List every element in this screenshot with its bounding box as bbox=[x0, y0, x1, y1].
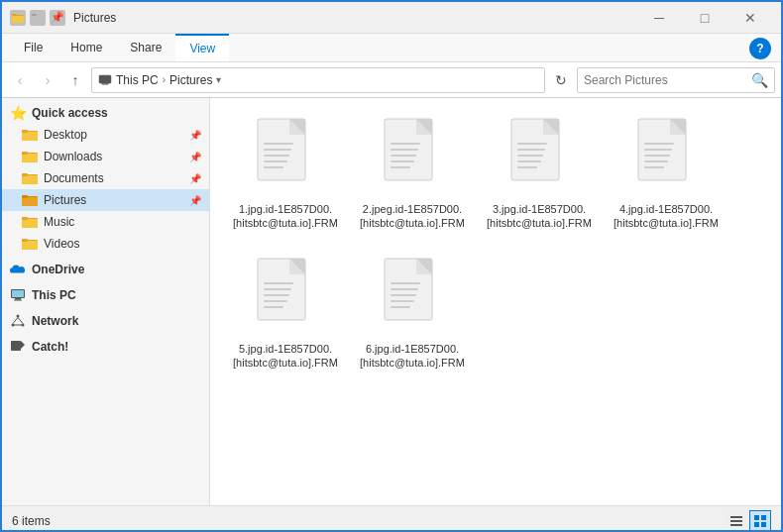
sidebar-section-catch[interactable]: Catch! bbox=[2, 336, 209, 358]
svg-rect-43 bbox=[264, 149, 291, 151]
path-bar[interactable]: This PC › Pictures ▾ bbox=[91, 67, 545, 93]
svg-rect-78 bbox=[264, 306, 283, 308]
svg-rect-61 bbox=[517, 160, 541, 162]
file-item[interactable]: 5.jpg.id-1E857D00.[hitsbtc@tuta.io].FRM bbox=[226, 248, 345, 379]
file-icon bbox=[250, 117, 321, 196]
sidebar-section-thispc[interactable]: This PC bbox=[2, 284, 209, 306]
svg-rect-10 bbox=[22, 132, 38, 141]
svg-rect-44 bbox=[264, 155, 289, 157]
tag-icon bbox=[10, 339, 26, 355]
file-icon bbox=[377, 257, 448, 336]
file-icon bbox=[503, 117, 575, 196]
svg-rect-89 bbox=[730, 524, 742, 526]
svg-rect-59 bbox=[517, 149, 545, 151]
svg-rect-58 bbox=[517, 143, 547, 145]
sidebar-item-pictures[interactable]: Pictures 📌 bbox=[2, 189, 209, 211]
svg-rect-75 bbox=[264, 288, 291, 290]
svg-rect-93 bbox=[761, 522, 766, 527]
svg-rect-5 bbox=[99, 75, 111, 83]
downloads-folder-icon bbox=[22, 149, 38, 164]
svg-rect-28 bbox=[12, 290, 24, 297]
item-count: 6 items bbox=[12, 514, 51, 528]
path-pictures[interactable]: Pictures bbox=[169, 73, 212, 87]
svg-rect-90 bbox=[754, 515, 759, 520]
videos-folder-icon bbox=[22, 236, 38, 252]
sidebar-item-documents[interactable]: Documents 📌 bbox=[2, 167, 209, 189]
svg-rect-87 bbox=[730, 516, 742, 518]
svg-rect-26 bbox=[22, 239, 28, 242]
refresh-button[interactable]: ↻ bbox=[549, 68, 573, 92]
sidebar-section-network[interactable]: Network bbox=[2, 310, 209, 332]
svg-rect-67 bbox=[644, 149, 672, 151]
svg-line-35 bbox=[18, 318, 23, 324]
svg-rect-84 bbox=[391, 294, 416, 296]
view-list-button[interactable] bbox=[726, 510, 747, 532]
close-button[interactable]: ✕ bbox=[727, 2, 773, 34]
network-icon bbox=[10, 313, 26, 329]
tab-view[interactable]: View bbox=[175, 34, 229, 61]
sidebar-item-music[interactable]: Music bbox=[2, 211, 209, 233]
svg-rect-7 bbox=[101, 82, 109, 84]
sidebar: ⭐ Quick access Desktop 📌 Downloads 📌 Doc… bbox=[2, 98, 210, 505]
svg-rect-88 bbox=[730, 520, 742, 522]
file-item[interactable]: 3.jpg.id-1E857D00.[hitsbtc@tuta.io].FRM bbox=[480, 108, 599, 240]
title-bar: 📌 Pictures ─ □ ✕ bbox=[2, 2, 781, 34]
svg-rect-74 bbox=[264, 282, 293, 284]
search-input[interactable] bbox=[584, 73, 751, 87]
sidebar-item-videos[interactable]: Videos bbox=[2, 233, 209, 255]
pin-icon-desktop: 📌 bbox=[189, 130, 201, 141]
svg-rect-29 bbox=[15, 298, 21, 300]
path-dropdown-icon[interactable]: ▾ bbox=[216, 74, 221, 85]
svg-rect-25 bbox=[22, 241, 38, 250]
sidebar-item-downloads[interactable]: Downloads 📌 bbox=[2, 146, 209, 167]
nav-up-button[interactable]: ↑ bbox=[63, 68, 87, 92]
svg-rect-66 bbox=[644, 143, 674, 145]
tab-file[interactable]: File bbox=[10, 34, 56, 61]
svg-rect-85 bbox=[391, 300, 414, 302]
documents-folder-icon bbox=[22, 170, 38, 186]
cloud-icon bbox=[10, 262, 26, 277]
window-controls: ─ □ ✕ bbox=[636, 2, 773, 34]
file-item[interactable]: 1.jpg.id-1E857D00.[hitsbtc@tuta.io].FRM bbox=[226, 108, 345, 240]
svg-rect-30 bbox=[14, 300, 22, 301]
maximize-button[interactable]: □ bbox=[682, 2, 727, 34]
tab-share[interactable]: Share bbox=[116, 34, 175, 61]
file-item[interactable]: 2.jpeg.id-1E857D00.[hitsbtc@tuta.io].FRM bbox=[353, 108, 472, 240]
nav-forward-button[interactable]: › bbox=[36, 68, 59, 92]
file-label: 2.jpeg.id-1E857D00.[hitsbtc@tuta.io].FRM bbox=[360, 202, 465, 231]
svg-rect-82 bbox=[391, 282, 420, 284]
svg-rect-68 bbox=[644, 155, 670, 157]
files-grid: 1.jpg.id-1E857D00.[hitsbtc@tuta.io].FRM … bbox=[226, 108, 765, 378]
help-button[interactable]: ? bbox=[749, 38, 771, 59]
folder-icon-small bbox=[30, 10, 46, 26]
minimize-button[interactable]: ─ bbox=[636, 2, 682, 34]
svg-rect-4 bbox=[32, 14, 37, 16]
star-icon: ⭐ bbox=[10, 105, 26, 121]
view-grid-button[interactable] bbox=[749, 510, 771, 532]
file-item[interactable]: 6.jpg.id-1E857D00.[hitsbtc@tuta.io].FRM bbox=[353, 248, 472, 379]
path-computer-icon bbox=[98, 73, 112, 87]
svg-rect-54 bbox=[391, 166, 410, 168]
svg-rect-22 bbox=[22, 219, 38, 228]
svg-rect-70 bbox=[644, 166, 664, 168]
sidebar-item-desktop[interactable]: Desktop 📌 bbox=[2, 124, 209, 146]
window-title: Pictures bbox=[73, 11, 636, 25]
ribbon: File Home Share View ? bbox=[2, 34, 781, 62]
main-layout: ⭐ Quick access Desktop 📌 Downloads 📌 Doc… bbox=[2, 98, 781, 505]
svg-rect-1 bbox=[12, 16, 24, 23]
svg-rect-86 bbox=[391, 306, 410, 308]
svg-rect-51 bbox=[391, 149, 418, 151]
file-label: 6.jpg.id-1E857D00.[hitsbtc@tuta.io].FRM bbox=[360, 342, 465, 371]
svg-rect-14 bbox=[22, 152, 28, 155]
svg-rect-62 bbox=[517, 166, 537, 168]
sidebar-section-onedrive[interactable]: OneDrive bbox=[2, 259, 209, 280]
svg-rect-92 bbox=[754, 522, 759, 527]
file-item[interactable]: 4.jpg.id-1E857D00.[hitsbtc@tuta.io].FRM bbox=[607, 108, 726, 240]
title-bar-icons: 📌 bbox=[10, 10, 65, 26]
path-thispc[interactable]: This PC bbox=[116, 73, 159, 87]
svg-rect-53 bbox=[391, 160, 414, 162]
tab-home[interactable]: Home bbox=[56, 34, 116, 61]
svg-rect-50 bbox=[391, 143, 420, 145]
nav-back-button[interactable]: ‹ bbox=[8, 68, 32, 92]
sidebar-section-quickaccess[interactable]: ⭐ Quick access bbox=[2, 102, 209, 124]
